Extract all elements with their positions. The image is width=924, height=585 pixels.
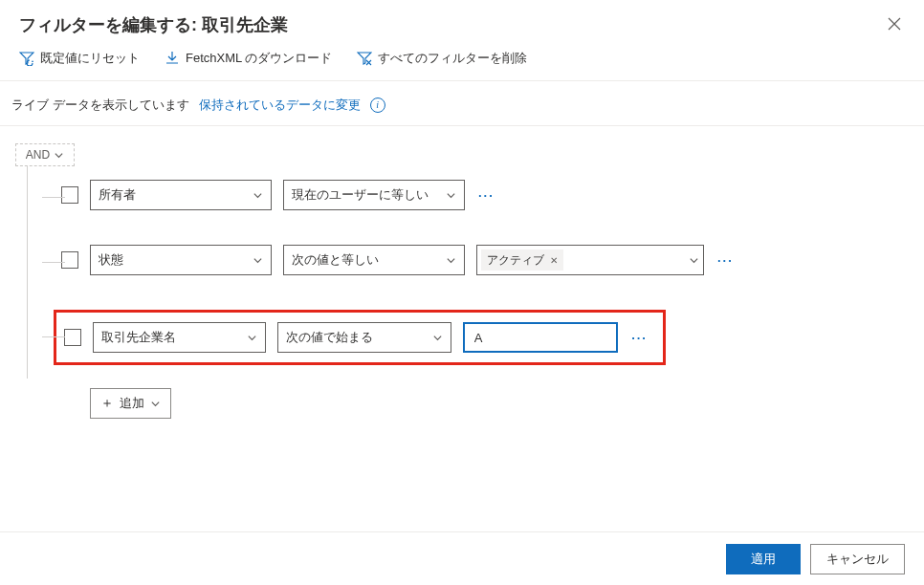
- download-icon: [165, 51, 180, 66]
- dialog-title: フィルターを編集する: 取引先企業: [19, 13, 288, 36]
- filter-reset-icon: [19, 51, 34, 66]
- operator-label: 次の値と等しい: [292, 251, 379, 269]
- value-tag-label: アクティブ: [487, 252, 544, 269]
- apply-button-label: 適用: [751, 551, 776, 568]
- close-icon[interactable]: [884, 13, 905, 36]
- row-more-icon[interactable]: ···: [476, 188, 496, 203]
- reset-defaults-button[interactable]: 既定値にリセット: [19, 50, 140, 67]
- value-textbox[interactable]: [463, 322, 618, 353]
- download-fetchxml-button[interactable]: FetchXML のダウンロード: [165, 50, 332, 67]
- field-dropdown[interactable]: 状態: [90, 245, 272, 275]
- tag-remove-icon[interactable]: ✕: [550, 255, 558, 266]
- download-fetchxml-label: FetchXML のダウンロード: [186, 50, 332, 67]
- chevron-down-icon: [150, 399, 161, 409]
- highlight-box: 取引先企業名 次の値で始まる ···: [54, 310, 666, 365]
- tree-connector: [42, 262, 65, 263]
- operator-dropdown[interactable]: 次の値で始まる: [277, 322, 451, 353]
- operator-dropdown[interactable]: 次の値と等しい: [283, 245, 465, 275]
- filter-row: 取引先企業名 次の値で始まる ···: [61, 310, 909, 365]
- add-row-wrap: ＋ 追加: [61, 388, 909, 419]
- info-icon[interactable]: i: [370, 98, 385, 113]
- chevron-down-icon: [253, 255, 263, 266]
- reset-defaults-label: 既定値にリセット: [40, 50, 140, 67]
- operator-label: 次の値で始まる: [286, 329, 373, 346]
- chevron-down-icon: [247, 333, 257, 343]
- group-operator-label: AND: [26, 148, 50, 162]
- row-checkbox[interactable]: [61, 186, 78, 204]
- chevron-down-icon: [253, 190, 263, 201]
- operator-dropdown[interactable]: 現在のユーザーに等しい: [283, 180, 465, 210]
- value-tag: アクティブ ✕: [481, 249, 563, 271]
- apply-button[interactable]: 適用: [726, 544, 801, 574]
- field-dropdown[interactable]: 所有者: [90, 180, 272, 210]
- filter-clear-icon: [357, 51, 372, 66]
- value-tagbox[interactable]: アクティブ ✕: [476, 245, 704, 275]
- row-more-icon[interactable]: ···: [715, 253, 736, 268]
- filter-row: 状態 次の値と等しい アクティブ ✕ ···: [61, 245, 909, 275]
- clear-filters-label: すべてのフィルターを削除: [378, 50, 527, 67]
- add-filter-label: 追加: [120, 395, 144, 412]
- operator-label: 現在のユーザーに等しい: [292, 186, 429, 204]
- filter-canvas: AND 所有者 現在のユーザーに等しい ···: [0, 126, 924, 436]
- live-data-text: ライブ データを表示しています: [11, 97, 189, 114]
- value-input[interactable]: [473, 330, 608, 346]
- field-label: 状態: [99, 251, 123, 269]
- row-checkbox[interactable]: [61, 251, 78, 269]
- switch-retained-data-link[interactable]: 保持されているデータに変更: [199, 97, 361, 114]
- command-bar: 既定値にリセット FetchXML のダウンロード すべてのフィルターを削除: [0, 46, 924, 81]
- tree-line: [27, 166, 28, 379]
- chevron-down-icon: [689, 255, 699, 266]
- filter-row: 所有者 現在のユーザーに等しい ···: [61, 180, 909, 210]
- info-bar: ライブ データを表示しています 保持されているデータに変更 i: [0, 81, 924, 126]
- filter-rows: 所有者 現在のユーザーに等しい ··· 状態 次の値と等し: [61, 143, 909, 419]
- plus-icon: ＋: [100, 395, 114, 412]
- tree-connector: [42, 197, 65, 198]
- group-operator-chip[interactable]: AND: [15, 143, 75, 166]
- chevron-down-icon: [432, 333, 443, 343]
- row-more-icon[interactable]: ···: [629, 331, 649, 345]
- dialog-footer: 適用 キャンセル: [0, 531, 924, 585]
- chevron-down-icon: [54, 150, 64, 161]
- chevron-down-icon: [446, 190, 456, 201]
- tree-connector: [42, 336, 65, 337]
- field-dropdown[interactable]: 取引先企業名: [93, 322, 266, 353]
- chevron-down-icon: [446, 255, 456, 266]
- add-filter-button[interactable]: ＋ 追加: [90, 388, 171, 419]
- cancel-button[interactable]: キャンセル: [810, 544, 905, 574]
- cancel-button-label: キャンセル: [826, 551, 889, 568]
- row-checkbox[interactable]: [64, 329, 81, 346]
- clear-filters-button[interactable]: すべてのフィルターを削除: [357, 50, 527, 67]
- field-label: 所有者: [99, 186, 136, 204]
- dialog-header: フィルターを編集する: 取引先企業: [0, 0, 924, 46]
- field-label: 取引先企業名: [101, 329, 176, 346]
